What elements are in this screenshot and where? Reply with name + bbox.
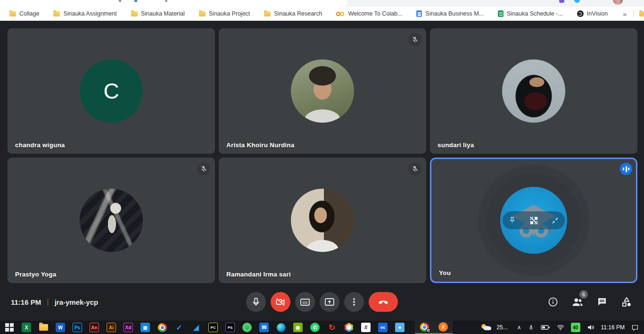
grid-off-icon[interactable] — [528, 215, 539, 226]
mail-icon[interactable]: ✉ — [256, 321, 272, 334]
participant-tile-sundari[interactable]: sundari liya — [430, 28, 637, 154]
windows-taskbar: XWPsAnAiXd▦✓◢PCPS☺✉◉✆↻#oc■ X 25...∧4011:… — [0, 321, 644, 334]
calendar-icon[interactable]: ▦ — [137, 321, 154, 334]
bookmark-invision[interactable]: InVision — [577, 10, 608, 17]
bookmark-label: Sinauka Project — [209, 10, 250, 17]
edge-icon[interactable] — [272, 321, 289, 334]
activities-button[interactable] — [620, 296, 633, 308]
pycharm-icon[interactable]: PC — [205, 321, 222, 334]
android-studio-icon[interactable]: ☺ — [239, 321, 256, 334]
folder-icon — [53, 11, 60, 17]
svg-text:CC: CC — [303, 301, 308, 305]
whatsapp-icon[interactable]: ✆ — [306, 321, 323, 334]
leave-call-button[interactable] — [369, 292, 398, 312]
participant-name: Arista Khoiru Nurdina — [226, 142, 294, 149]
phpstorm-icon[interactable]: PS — [222, 321, 239, 334]
tray-volume-icon[interactable] — [584, 321, 598, 334]
animate-icon[interactable]: An — [86, 321, 103, 334]
participant-name: sundari liya — [438, 142, 474, 149]
bookmark-sinauka-research[interactable]: Sinauka Research — [264, 10, 322, 17]
meet-main: C chandra wiguna Arista Khoiru Nurdina s… — [0, 21, 644, 321]
camera-off-button[interactable] — [271, 292, 290, 312]
tray-expand-icon[interactable]: ∧ — [514, 321, 525, 334]
bookmark-sinauka-business-m[interactable]: Sinauka Business M... — [416, 10, 484, 17]
bookmarks-divider — [633, 10, 634, 17]
other-bookmarks[interactable]: Other bookmarks — [639, 10, 644, 17]
toolbar-fragment — [134, 0, 137, 2]
battery-percent-badge-icon[interactable]: 40 — [568, 321, 584, 334]
bookmarks-bar: CollageSinauka AssignmentSinauka Materia… — [0, 7, 644, 21]
bookmark-label: Sinauka Business M... — [425, 10, 484, 17]
start-icon[interactable] — [1, 321, 18, 334]
action-center-icon[interactable] — [628, 321, 642, 334]
participant-tile-arista[interactable]: Arista Khoiru Nurdina — [219, 28, 426, 154]
call-end-icon — [377, 296, 389, 308]
bookmark-sinauka-material[interactable]: Sinauka Material — [131, 10, 185, 17]
tray-microphone-icon[interactable] — [525, 321, 537, 334]
bookmark-sinauka-schedule[interactable]: Sinauka Schedule -... — [498, 10, 563, 17]
tile-hover-controls — [503, 211, 565, 229]
tray-battery-icon[interactable] — [537, 321, 553, 334]
toolbar-fragment — [119, 0, 121, 2]
chrome-icon[interactable] — [154, 321, 171, 334]
photoshop-icon[interactable]: Ps — [69, 321, 86, 334]
chat-button[interactable] — [596, 296, 608, 308]
tray-wifi-icon[interactable] — [553, 321, 568, 334]
red-swirl-recorder-icon[interactable]: ↻ — [323, 321, 340, 334]
blue-check-app-icon[interactable]: ✓ — [171, 321, 188, 334]
weather-icon[interactable]: 25... — [473, 321, 513, 334]
self-tile-you[interactable]: You — [430, 158, 637, 283]
present-now-button[interactable] — [320, 292, 339, 312]
avatar-photo — [291, 59, 354, 123]
participants-button[interactable]: 6 — [571, 296, 584, 308]
participant-tile-prastyo[interactable]: Prastyo Yoga — [8, 158, 215, 283]
minimize-icon[interactable] — [551, 217, 559, 225]
mic-muted-badge — [408, 33, 421, 46]
participant-name: Prastyo Yoga — [15, 271, 56, 278]
bookmark-sinauka-assignment[interactable]: Sinauka Assignment — [53, 10, 116, 17]
microphone-button[interactable] — [246, 292, 266, 312]
separator: | — [47, 297, 49, 307]
vscode-icon[interactable]: ◢ — [188, 321, 205, 334]
browser-profile-avatar[interactable] — [613, 0, 623, 5]
sheets-icon — [498, 10, 504, 17]
participant-tile-chandra[interactable]: C chandra wiguna — [8, 28, 215, 154]
profile-badge — [426, 328, 430, 333]
more-options-button[interactable] — [344, 292, 364, 312]
meeting-code: jra-ymek-ycp — [55, 298, 99, 306]
bookmarks-overflow-chevron[interactable]: » — [622, 10, 627, 18]
extension-icon[interactable] — [574, 0, 580, 3]
screen-camera-app-icon[interactable]: ◉ — [289, 321, 306, 334]
participant-tile-ramandani[interactable]: Ramandani Irma sari — [219, 158, 426, 283]
mic-muted-badge — [197, 162, 210, 175]
bookmark-sinauka-project[interactable]: Sinauka Project — [199, 10, 250, 17]
avatar-photo — [502, 59, 565, 123]
bookmark-collage[interactable]: Collage — [9, 10, 39, 17]
oc-blue-app-icon[interactable]: oc — [374, 321, 391, 334]
bookmark-welcome-to-colab[interactable]: Welcome To Colab... — [336, 10, 402, 17]
slack-icon[interactable]: # — [357, 321, 374, 334]
file-explorer-icon[interactable] — [35, 321, 52, 334]
illustrator-icon[interactable]: Ai — [103, 321, 120, 334]
video-call-app-icon[interactable]: ■ — [391, 321, 408, 334]
meeting-time: 11:16 PM — [11, 298, 41, 306]
bookmark-label: Collage — [19, 10, 39, 17]
hexagon-app-icon[interactable] — [340, 321, 357, 334]
pin-icon[interactable] — [508, 216, 516, 225]
xampp-icon[interactable]: X — [434, 321, 453, 334]
mic-muted-badge — [408, 162, 421, 175]
avatar-initial-letter: C — [103, 78, 119, 104]
excel-icon[interactable]: X — [18, 321, 35, 334]
mic-off-icon — [200, 165, 207, 173]
invision-icon — [577, 10, 584, 17]
captions-button[interactable]: CC — [295, 292, 315, 312]
tray-clock-icon[interactable]: 11:16 PM — [598, 321, 628, 334]
toolbar-fragment — [165, 0, 167, 2]
folder-icon — [131, 11, 138, 17]
chrome-profile-window-icon[interactable] — [415, 321, 434, 334]
extension-icon[interactable] — [559, 0, 564, 3]
meeting-details-button[interactable] — [547, 296, 559, 308]
adobe-xd-icon[interactable]: Xd — [120, 321, 137, 334]
word-icon[interactable]: W — [52, 321, 69, 334]
colab-icon — [336, 11, 345, 17]
